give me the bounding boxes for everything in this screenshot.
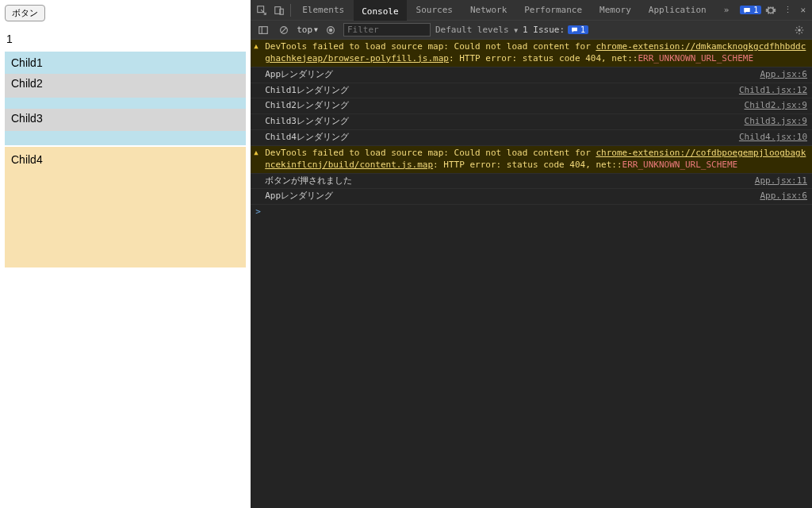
app-preview-pane: ボタン 1 Child1 Child2 Child3 Child4	[0, 0, 251, 508]
child4-label: Child4	[5, 147, 246, 172]
console-toolbar: top ▼ Default levels ▼ 1 Issue: 1	[251, 21, 812, 40]
log-source-link[interactable]: App.jsx:6	[750, 69, 807, 81]
svg-point-8	[329, 29, 332, 32]
log-source-link[interactable]: Child1.jsx:12	[730, 85, 807, 97]
child1-box: Child1 Child2 Child3	[5, 52, 246, 145]
devtools-tabstrip: Elements Console Sources Network Perform…	[251, 0, 812, 21]
log-source-link[interactable]: App.jsx:11	[745, 175, 807, 187]
console-log-row: Child3レンダリング Child3.jsx:9	[251, 114, 812, 130]
error-code: ERR_UNKNOWN_URL_SCHEME	[638, 53, 753, 64]
increment-button[interactable]: ボタン	[5, 5, 45, 21]
console-log-row: ボタンが押されました App.jsx:11	[251, 174, 812, 190]
warning-text: DevTools failed to load source map: Coul…	[265, 41, 596, 52]
child3-box: Child3	[5, 109, 246, 131]
child4-box: Child4	[5, 147, 246, 267]
tab-console[interactable]: Console	[354, 0, 406, 21]
log-source-link[interactable]: Child4.jsx:10	[730, 132, 807, 144]
tab-sources[interactable]: Sources	[408, 0, 461, 21]
live-expression-icon[interactable]	[323, 22, 339, 38]
counter-value: 1	[6, 33, 246, 45]
log-source-link[interactable]: Child2.jsx:9	[735, 100, 807, 112]
console-prompt[interactable]: >	[251, 205, 812, 218]
tab-memory[interactable]: Memory	[592, 0, 639, 21]
console-warning-row: DevTools failed to load source map: Coul…	[251, 146, 812, 174]
console-sidebar-toggle-icon[interactable]	[255, 22, 271, 38]
console-settings-icon[interactable]	[791, 22, 807, 38]
svg-rect-3	[259, 26, 268, 33]
component-stage: Child1 Child2 Child3 Child4	[5, 52, 246, 267]
log-source-link[interactable]: Child3.jsx:9	[735, 116, 807, 128]
execution-context-value: top	[297, 25, 312, 35]
inspect-element-icon[interactable]	[254, 2, 270, 18]
console-log-row: Child1レンダリング Child1.jsx:12	[251, 83, 812, 99]
close-devtools-icon[interactable]: ✕	[797, 5, 809, 15]
console-log-row: Child2レンダリング Child2.jsx:9	[251, 98, 812, 114]
log-message: Child2レンダリング	[265, 100, 734, 112]
tab-network[interactable]: Network	[462, 0, 515, 21]
log-message: Child4レンダリング	[265, 132, 730, 144]
tabs-overflow[interactable]: »	[716, 0, 737, 21]
execution-context-selector[interactable]: top ▼	[297, 25, 318, 35]
issues-label: 1 Issue:	[523, 25, 565, 35]
chevron-down-icon: ▼	[514, 27, 518, 34]
child2-label: Child2	[5, 74, 246, 93]
log-levels-selector[interactable]: Default levels ▼	[435, 25, 518, 35]
tab-elements[interactable]: Elements	[294, 0, 352, 21]
console-log-row: Appレンダリング App.jsx:6	[251, 189, 812, 205]
log-message: ボタンが押されました	[265, 175, 745, 187]
divider	[290, 4, 291, 17]
console-warning-row: DevTools failed to load source map: Coul…	[251, 40, 812, 67]
tab-application[interactable]: Application	[641, 0, 714, 21]
console-filter-input[interactable]	[343, 23, 431, 37]
error-code: ERR_UNKNOWN_URL_SCHEME	[622, 160, 738, 170]
devtools-pane: Elements Console Sources Network Perform…	[251, 0, 812, 508]
device-toolbar-icon[interactable]	[271, 2, 287, 18]
issue-count-value: 1	[753, 6, 758, 14]
console-log-row: Appレンダリング App.jsx:6	[251, 67, 812, 83]
console-output[interactable]: DevTools failed to load source map: Coul…	[251, 40, 812, 508]
log-message: Appレンダリング	[265, 69, 750, 81]
issues-link[interactable]: 1 Issue: 1	[523, 25, 588, 35]
log-source-link[interactable]: App.jsx:6	[750, 190, 807, 202]
issue-count-badge[interactable]: 1	[740, 6, 761, 14]
warning-text: : HTTP error: status code 404, net::	[433, 160, 622, 170]
issues-count: 1	[580, 25, 585, 34]
warning-text: : HTTP error: status code 404, net::	[449, 53, 638, 64]
log-message: Child1レンダリング	[265, 85, 730, 97]
log-levels-label: Default levels	[435, 25, 509, 35]
log-message: Appレンダリング	[265, 190, 750, 202]
child3-label: Child3	[5, 109, 246, 128]
tab-performance[interactable]: Performance	[516, 0, 590, 21]
settings-icon[interactable]	[763, 2, 779, 18]
warning-text: DevTools failed to load source map: Coul…	[265, 148, 596, 158]
log-message: Child3レンダリング	[265, 116, 734, 128]
kebab-menu-icon[interactable]: ⋮	[780, 5, 795, 15]
chevron-down-icon: ▼	[314, 26, 318, 33]
clear-console-icon[interactable]	[276, 22, 292, 38]
child2-box: Child2	[5, 74, 246, 98]
console-log-row: Child4レンダリング Child4.jsx:10	[251, 130, 812, 146]
child1-label: Child1	[5, 52, 246, 74]
svg-line-6	[282, 27, 286, 32]
svg-point-9	[798, 29, 801, 32]
